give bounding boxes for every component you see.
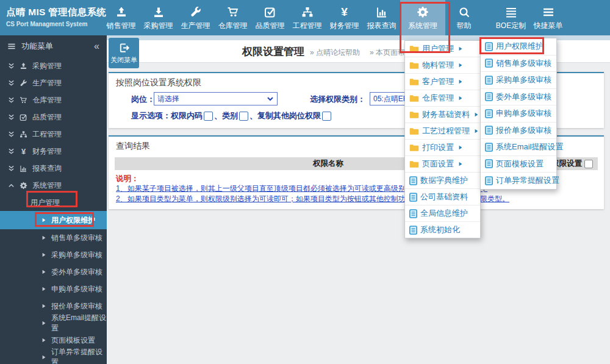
option-separator: 、 bbox=[249, 110, 257, 121]
folder-icon bbox=[409, 62, 419, 70]
sidebar-item-label: 报表查询 bbox=[32, 163, 62, 174]
menu-item-label: 公司基础资料 bbox=[420, 191, 468, 202]
document-icon bbox=[485, 76, 493, 85]
menu-item-sales-approval[interactable]: 销售单多级审核 bbox=[481, 55, 556, 73]
sidebar-subitem-label: 采购单多级审核 bbox=[51, 250, 102, 260]
menu-item-label: 工艺过程管理 bbox=[422, 126, 470, 137]
sidebar-item-finance[interactable]: ¥财务管理 bbox=[0, 143, 107, 160]
menu-item-customer-mgmt[interactable]: 客户管理 bbox=[405, 74, 480, 90]
menu-item-quote-approval[interactable]: 报价单多级审核 bbox=[481, 123, 556, 140]
sidebar-item-quality[interactable]: 品质管理 bbox=[0, 109, 107, 126]
menu-item-request-approval[interactable]: 申购单多级审核 bbox=[481, 105, 556, 123]
check-square-icon bbox=[20, 113, 27, 121]
menu-item-material-mgmt[interactable]: 物料管理 bbox=[405, 57, 480, 74]
top-nav-item-label: 生产管理 bbox=[181, 21, 210, 31]
top-nav-item-label: 财务管理 bbox=[330, 21, 359, 31]
help-link-0[interactable]: » 点晴论坛帮助 bbox=[310, 48, 360, 58]
sidebar-item-system[interactable]: 系统管理 bbox=[0, 177, 107, 194]
post-label: 岗位： bbox=[131, 94, 155, 105]
menu-item-email-remind[interactable]: 系统Email提醒设置 bbox=[481, 139, 556, 156]
top-nav-item-quick-menu[interactable]: 快捷菜单 bbox=[529, 0, 567, 35]
exit-icon bbox=[118, 42, 130, 54]
menu-item-data-dictionary[interactable]: 数据字典维护 bbox=[405, 173, 480, 189]
sidebar-header[interactable]: 功能菜单 « bbox=[0, 35, 107, 57]
menu-item-global-info[interactable]: 全局信息维护 bbox=[405, 205, 480, 222]
top-nav-item-purchase[interactable]: 采购管理 bbox=[140, 0, 177, 35]
sidebar-subitem-purchase-approval[interactable]: 采购单多级审核 bbox=[0, 246, 107, 263]
menu-item-order-alert[interactable]: 订单异常提醒设置 bbox=[481, 173, 556, 189]
sidebar-subitem-user-permission[interactable]: 用户权限维护 bbox=[0, 211, 107, 229]
sidebar-menu: 采购管理生产管理仓库管理品质管理工程管理¥财务管理报表查询系统管理用户管理用户权… bbox=[0, 57, 107, 364]
triangle-right-icon bbox=[457, 79, 463, 84]
sidebar-item-label: 工程管理 bbox=[32, 129, 62, 140]
sidebar-item-warehouse[interactable]: 仓库管理 bbox=[0, 91, 107, 109]
menu-item-user-permission[interactable]: 用户权限维护 bbox=[481, 38, 556, 55]
folder-icon bbox=[409, 144, 419, 152]
menu-item-page-setting[interactable]: 页面设置 bbox=[405, 156, 480, 173]
top-nav-item-sales[interactable]: 销售管理 bbox=[102, 0, 140, 35]
sidebar-subitem-quote-approval[interactable]: 报价单多级审核 bbox=[0, 298, 107, 315]
menu-item-outsource-approval[interactable]: 委外单多级审核 bbox=[481, 89, 556, 106]
top-nav-item-label: 仓库管理 bbox=[218, 21, 248, 31]
option-checkbox-1[interactable] bbox=[239, 112, 248, 121]
menu-item-label: 报价单多级审核 bbox=[496, 125, 551, 136]
menu-item-purchase-approval[interactable]: 采购单多级审核 bbox=[481, 72, 556, 89]
top-nav-item-system[interactable]: 系统管理 bbox=[400, 0, 445, 35]
folder-icon bbox=[409, 95, 419, 102]
document-icon bbox=[485, 92, 493, 101]
top-nav-item-warehouse[interactable]: 仓库管理 bbox=[214, 0, 251, 35]
post-select-value: 请选择 bbox=[157, 94, 179, 104]
menu-item-finance-base-data[interactable]: 财务基础资料 bbox=[405, 107, 480, 123]
section-title: 查询结果 bbox=[116, 141, 150, 152]
menu-item-system-init[interactable]: 系统初始化 bbox=[405, 222, 480, 238]
top-nav-item-boe-custom[interactable]: BOE定制 bbox=[492, 0, 529, 35]
sidebar-item-purchase[interactable]: 采购管理 bbox=[0, 57, 107, 74]
system-management-menu: 用户管理物料管理客户管理仓库管理财务基础资料工艺过程管理打印设置页面设置数据字典… bbox=[404, 40, 481, 238]
sidebar-item-label: 品质管理 bbox=[32, 112, 62, 123]
menu-item-page-template[interactable]: 页面模板设置 bbox=[481, 156, 556, 173]
chevron-double-down-icon bbox=[8, 148, 15, 155]
menu-item-warehouse-mgmt[interactable]: 仓库管理 bbox=[405, 90, 480, 107]
sidebar-subitem-sales-approval[interactable]: 销售单多级审核 bbox=[0, 229, 107, 246]
sidebar-item-engineering[interactable]: 工程管理 bbox=[0, 126, 107, 143]
chevron-double-down-icon bbox=[8, 165, 15, 172]
top-nav-item-help[interactable]: 帮助 bbox=[445, 0, 483, 35]
collapse-left-icon[interactable]: « bbox=[94, 41, 99, 52]
top-nav-item-production[interactable]: 生产管理 bbox=[177, 0, 214, 35]
option-checkbox-0[interactable] bbox=[204, 112, 213, 121]
menu-item-user-mgmt[interactable]: 用户管理 bbox=[405, 41, 480, 57]
sidebar-subitem-page-template[interactable]: 页面模板设置 bbox=[0, 332, 107, 349]
sidebar-item-production[interactable]: 生产管理 bbox=[0, 74, 107, 91]
document-icon bbox=[485, 109, 493, 118]
menu-item-company-base-data[interactable]: 公司基础资料 bbox=[405, 189, 480, 205]
close-menu-button[interactable]: 关闭菜单 bbox=[109, 38, 139, 68]
top-nav-item-label: 采购管理 bbox=[144, 21, 173, 31]
sidebar-subitem-email-remind[interactable]: 系统Email提醒设置 bbox=[0, 315, 107, 332]
document-icon bbox=[485, 159, 493, 168]
post-select[interactable]: 请选择 bbox=[154, 92, 278, 105]
triangle-right-icon bbox=[41, 287, 46, 291]
sidebar-item-label: 系统管理 bbox=[32, 180, 62, 191]
option-checkbox-2[interactable] bbox=[322, 112, 331, 121]
sidebar-item-reports[interactable]: 报表查询 bbox=[0, 160, 107, 177]
menu-item-print-setting[interactable]: 打印设置 bbox=[405, 140, 480, 156]
note-line-2-tail: 限类型。 bbox=[480, 194, 509, 204]
sidebar-item-label: 生产管理 bbox=[32, 78, 62, 88]
sidebar-subitem-order-alert[interactable]: 订单异常提醒设置 bbox=[0, 349, 107, 364]
top-nav-item-reports[interactable]: 报表查询 bbox=[363, 0, 400, 35]
sidebar-item-user-mgmt[interactable]: 用户管理 bbox=[0, 194, 107, 211]
sidebar-subitem-outsource-approval[interactable]: 委外单多级审核 bbox=[0, 263, 107, 280]
top-nav-item-engineering[interactable]: 工程管理 bbox=[289, 0, 326, 35]
top-nav-item-label: 工程管理 bbox=[293, 21, 322, 31]
sidebar-subitem-label: 用户权限维护 bbox=[51, 215, 95, 226]
sitemap-icon bbox=[301, 6, 314, 18]
sidebar-subitem-request-approval[interactable]: 申购单多级审核 bbox=[0, 280, 107, 298]
menu-item-label: 打印设置 bbox=[422, 142, 454, 153]
menu-item-process-mgmt[interactable]: 工艺过程管理 bbox=[405, 123, 480, 140]
top-nav-item-quality[interactable]: 品质管理 bbox=[251, 0, 289, 35]
top-nav-item-finance[interactable]: ¥财务管理 bbox=[326, 0, 363, 35]
select-all-checkbox[interactable] bbox=[584, 160, 593, 168]
menu-item-label: 数据字典维护 bbox=[420, 175, 468, 186]
menu-item-label: 用户权限维护 bbox=[496, 41, 544, 52]
document-icon bbox=[485, 59, 493, 68]
